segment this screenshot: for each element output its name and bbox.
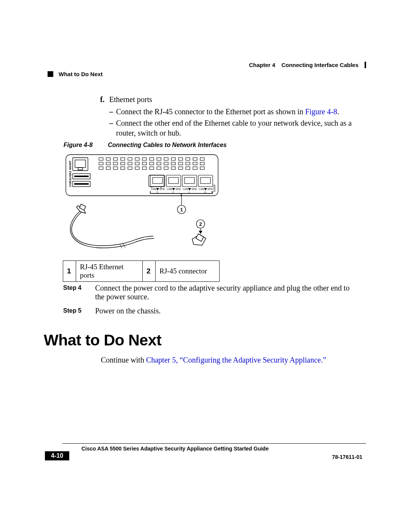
step-label: Step 4	[63, 284, 86, 301]
continue-text: Continue with	[101, 356, 146, 364]
section-name: What to Do Next	[59, 71, 103, 77]
svg-text:1: 1	[188, 191, 190, 194]
list-item-text: Ethernet ports	[101, 94, 352, 104]
legend-number: 1	[63, 261, 76, 282]
usb2-label: USB2	[68, 171, 72, 179]
sub-bullet-text: Connect the other end of the Ethernet ca…	[116, 119, 352, 137]
chapter-title: Connecting Interface Cables	[281, 62, 358, 68]
legend-number: 2	[143, 261, 156, 282]
doc-number: 78-17611-01	[332, 454, 362, 460]
list-marker: f.	[100, 94, 105, 104]
footer-book-title: Cisco ASA 5500 Series Adaptive Security …	[81, 446, 269, 452]
svg-text:LNK: LNK	[199, 188, 204, 190]
header-bar-icon	[365, 62, 366, 68]
section-heading: What to Do Next	[44, 331, 161, 349]
document-page: Chapter 4 Connecting Interface Cables Wh…	[0, 0, 411, 532]
sub-bullet-text: Connect the RJ-45 connector to the Ether…	[116, 107, 305, 116]
header-box-icon	[48, 71, 53, 77]
art-id-label: 92685	[213, 184, 216, 192]
svg-text:SPD: SPD	[191, 188, 197, 190]
step-item: Step 4 Connect the power cord to the ada…	[63, 284, 350, 301]
step-text: Power on the chassis.	[95, 307, 350, 315]
svg-rect-5	[74, 176, 89, 177]
table-row: 1 RJ-45 Ethernet ports 2 RJ-45 connector	[63, 261, 220, 282]
svg-text:3: 3	[156, 191, 158, 194]
svg-text:SPD: SPD	[175, 188, 181, 190]
figure-diagram: MGMT USB2 USB1 92685 LNKSPD LNKSPD LNKSP…	[63, 152, 223, 259]
page-number: 4-10	[45, 451, 69, 460]
svg-text:SPD: SPD	[159, 188, 165, 190]
step-text: Connect the power cord to the adaptive s…	[95, 284, 350, 301]
footer-rule	[62, 443, 366, 444]
figure-ref-link[interactable]: Figure 4-8	[305, 107, 337, 116]
callout-legend-table: 1 RJ-45 Ethernet ports 2 RJ-45 connector	[63, 260, 220, 282]
chapter-number: Chapter 4	[249, 62, 275, 68]
list-item-f: f. Ethernet ports Connect the RJ-45 conn…	[101, 94, 352, 138]
svg-text:0: 0	[204, 191, 206, 194]
footer-left: 4-10	[45, 451, 69, 460]
running-header: Chapter 4 Connecting Interface Cables	[249, 62, 366, 68]
sub-bullet: Connect the RJ-45 connector to the Ether…	[101, 107, 352, 117]
figure-title: Connecting Cables to Network Interfaces	[108, 142, 226, 149]
svg-rect-6	[74, 183, 89, 185]
svg-text:LNK: LNK	[167, 188, 172, 190]
svg-text:SPD: SPD	[207, 188, 213, 190]
legend-text: RJ-45 Ethernet ports	[76, 261, 143, 282]
sub-bullet-text-post: .	[337, 107, 339, 116]
figure-caption: Figure 4-8 Connecting Cables to Network …	[64, 142, 227, 149]
svg-text:LNK: LNK	[183, 188, 188, 190]
step-item: Step 5 Power on the chassis.	[63, 307, 350, 315]
svg-text:LNK: LNK	[151, 188, 156, 190]
chapter-ref-link[interactable]: Chapter 5, “Configuring the Adaptive Sec…	[146, 356, 326, 364]
footer-right: 78-17611-01	[332, 454, 366, 460]
continue-paragraph: Continue with Chapter 5, “Configuring th…	[101, 356, 326, 364]
usb1-label: USB1	[68, 179, 72, 187]
callout-1: 1	[180, 207, 183, 212]
callout-2: 2	[199, 221, 202, 227]
svg-text:2: 2	[172, 191, 174, 194]
legend-text: RJ-45 connector	[156, 261, 220, 282]
figure-number: Figure 4-8	[64, 142, 92, 149]
running-header-section: What to Do Next	[48, 71, 103, 77]
mgmt-label: MGMT	[68, 160, 72, 170]
step-label: Step 5	[63, 307, 86, 315]
step-list: Step 4 Connect the power cord to the ada…	[63, 284, 350, 321]
sub-bullet: Connect the other end of the Ethernet ca…	[101, 118, 352, 138]
